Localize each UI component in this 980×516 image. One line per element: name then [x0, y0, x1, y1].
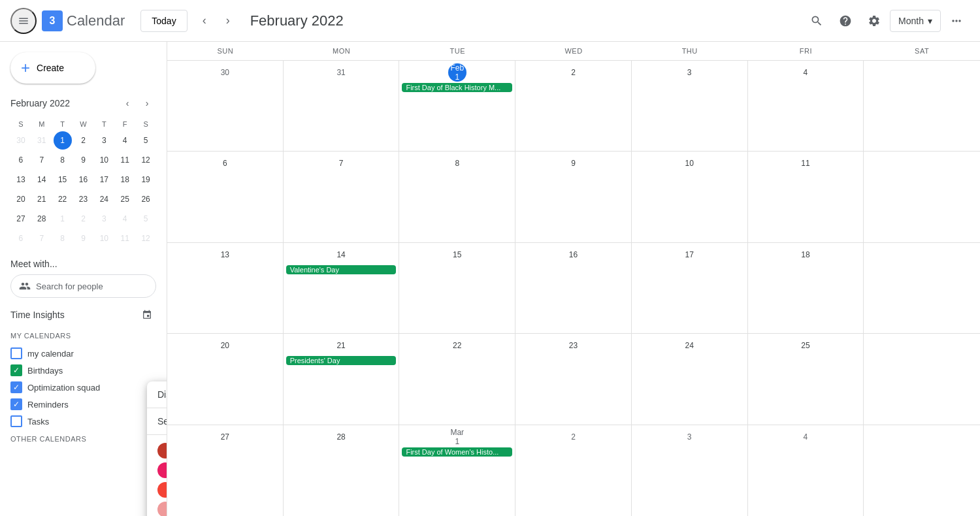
settings-button[interactable] [861, 8, 887, 34]
prev-month-button[interactable]: ‹ [193, 9, 216, 33]
day-number[interactable]: 22 [448, 336, 466, 355]
day-number[interactable]: 21 [332, 336, 350, 355]
search-button[interactable] [804, 8, 830, 34]
mini-day[interactable]: 23 [74, 190, 92, 208]
mini-day-today[interactable]: 1 [54, 131, 72, 150]
mini-day[interactable]: 26 [137, 190, 155, 208]
mini-day[interactable]: 10 [95, 229, 113, 248]
day-number[interactable]: 23 [564, 336, 582, 355]
mini-day[interactable]: 7 [33, 151, 51, 169]
day-number[interactable]: 31 [332, 63, 350, 82]
mini-day[interactable]: 4 [116, 131, 134, 150]
mini-day[interactable]: 11 [116, 229, 134, 248]
mini-day[interactable]: 28 [33, 210, 51, 228]
mini-day[interactable]: 17 [95, 170, 113, 189]
mini-day[interactable]: 2 [74, 210, 92, 228]
day-number[interactable] [913, 246, 931, 264]
day-number-today[interactable]: Feb 1 [448, 63, 466, 82]
day-number[interactable]: 13 [216, 246, 234, 264]
day-number[interactable]: 2 [564, 428, 582, 446]
day-number[interactable]: 14 [332, 246, 350, 264]
day-number[interactable]: 11 [796, 154, 815, 172]
help-button[interactable] [832, 8, 858, 34]
event-valentines-day[interactable]: Valentine's Day [286, 265, 397, 274]
calendar-item-birthdays[interactable]: ✓ Birthdays [10, 362, 156, 379]
settings-and-sharing-menu-item[interactable]: Settings and sharing [147, 408, 167, 434]
mini-day[interactable]: 30 [12, 131, 30, 150]
mini-day[interactable]: 8 [54, 151, 72, 169]
mini-day[interactable]: 14 [33, 170, 51, 189]
day-number[interactable]: 28 [332, 428, 350, 446]
day-number[interactable]: 20 [216, 336, 234, 355]
view-dropdown[interactable]: Month ▾ [890, 10, 941, 32]
mini-day[interactable]: 15 [54, 170, 72, 189]
mini-day[interactable]: 6 [12, 229, 30, 248]
mini-next-button[interactable]: › [138, 94, 156, 112]
day-number[interactable]: Mar 1 [448, 428, 466, 446]
day-number[interactable]: 27 [216, 428, 234, 446]
mini-day[interactable]: 31 [33, 131, 51, 150]
day-number[interactable]: 30 [216, 63, 234, 82]
day-number[interactable]: 4 [796, 63, 815, 82]
apps-button[interactable] [943, 8, 970, 34]
create-button[interactable]: + Create [10, 52, 95, 84]
day-number[interactable]: 15 [448, 246, 466, 264]
mini-day[interactable]: 21 [33, 190, 51, 208]
time-insights-toggle[interactable] [138, 306, 156, 324]
day-number[interactable] [913, 428, 931, 446]
calendar-item-reminders[interactable]: ✓ Reminders [10, 396, 156, 413]
day-number[interactable]: 10 [680, 154, 698, 172]
calendar-item-tasks[interactable]: Tasks [10, 413, 156, 430]
mini-day[interactable]: 22 [54, 190, 72, 208]
next-month-button[interactable]: › [216, 9, 240, 33]
day-number[interactable]: 24 [680, 336, 698, 355]
day-number[interactable] [913, 336, 931, 355]
mini-day[interactable]: 10 [95, 151, 113, 169]
mini-day[interactable]: 7 [33, 229, 51, 248]
mini-day[interactable]: 12 [137, 151, 155, 169]
day-number[interactable]: 8 [448, 154, 466, 172]
event-womens-history[interactable]: First Day of Women's Histo... [402, 447, 512, 457]
mini-day[interactable]: 5 [137, 131, 155, 150]
mini-day[interactable]: 24 [95, 190, 113, 208]
calendar-item-my-calendar[interactable]: my calendar [10, 345, 156, 362]
mini-day[interactable]: 1 [54, 210, 72, 228]
day-number[interactable]: 2 [564, 63, 582, 82]
day-number[interactable]: 17 [680, 246, 698, 264]
mini-prev-button[interactable]: ‹ [118, 94, 137, 112]
mini-day[interactable]: 20 [12, 190, 30, 208]
mini-day[interactable]: 16 [74, 170, 92, 189]
color-light-red[interactable] [157, 502, 167, 516]
mini-day[interactable]: 9 [74, 151, 92, 169]
menu-button[interactable] [10, 8, 37, 34]
event-presidents-day[interactable]: Presidents' Day [286, 356, 397, 365]
mini-day[interactable]: 2 [74, 131, 92, 150]
mini-day[interactable]: 9 [74, 229, 92, 248]
day-number[interactable]: 4 [796, 428, 815, 446]
day-number[interactable]: 9 [564, 154, 582, 172]
mini-day[interactable]: 3 [95, 131, 113, 150]
mini-day[interactable]: 25 [116, 190, 134, 208]
day-number[interactable]: 16 [564, 246, 582, 264]
mini-day[interactable]: 18 [116, 170, 134, 189]
color-red[interactable] [157, 482, 167, 498]
mini-day[interactable]: 11 [116, 151, 134, 169]
mini-day[interactable]: 19 [137, 170, 155, 189]
today-button[interactable]: Today [140, 10, 187, 32]
day-number[interactable]: 3 [680, 63, 698, 82]
calendar-item-optimization-squad[interactable]: ✓ Optimization squad [10, 379, 156, 396]
day-number[interactable]: 3 [680, 428, 698, 446]
day-number[interactable]: 25 [796, 336, 815, 355]
mini-day[interactable]: 13 [12, 170, 30, 189]
day-number[interactable]: 6 [216, 154, 234, 172]
day-number[interactable]: 7 [332, 154, 350, 172]
mini-day[interactable]: 5 [137, 210, 155, 228]
search-people-input[interactable]: Search for people [10, 274, 156, 298]
mini-day[interactable]: 4 [116, 210, 134, 228]
event-black-history[interactable]: First Day of Black History M... [402, 83, 512, 92]
day-number[interactable] [913, 154, 931, 172]
day-number[interactable]: 18 [796, 246, 815, 264]
color-pink[interactable] [157, 462, 167, 478]
color-tomato[interactable] [157, 443, 167, 459]
mini-day[interactable]: 27 [12, 210, 30, 228]
